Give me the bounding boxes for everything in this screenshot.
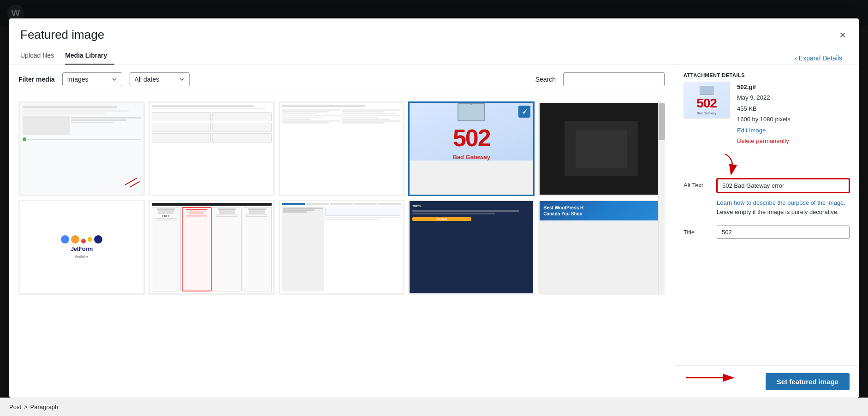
tab-media-library[interactable]: Media Library xyxy=(65,48,114,65)
edit-image-link[interactable]: Edit Image xyxy=(737,125,850,136)
attachment-filename: 502.gif xyxy=(737,82,850,92)
modal-title: Featured image xyxy=(20,28,104,42)
502-label: Bad Gateway xyxy=(452,154,490,160)
media-item[interactable]: JetForm Builder xyxy=(18,200,145,294)
search-input[interactable] xyxy=(563,72,665,86)
modal-close-button[interactable]: × xyxy=(838,28,848,42)
media-type-filter[interactable]: Images Audio Video Documents xyxy=(62,72,122,86)
modal-header: Featured image × xyxy=(9,18,859,42)
jetform-logo-icon xyxy=(61,235,102,244)
502-number: 502 xyxy=(453,124,490,152)
media-item[interactable] xyxy=(279,101,405,196)
red-arrow-down-icon xyxy=(711,152,739,175)
title-field-row: Title xyxy=(674,222,859,243)
breadcrumb-paragraph: Paragraph xyxy=(30,404,59,410)
expand-chevron-icon: ‹ xyxy=(795,54,797,62)
attachment-filesize: 455 KB xyxy=(737,103,850,114)
media-date-filter[interactable]: All dates January 2022 May 2022 xyxy=(130,72,190,86)
red-arrow-right-icon xyxy=(684,371,739,385)
media-area: Filter media Images Audio Video Document… xyxy=(9,65,674,398)
media-item[interactable] xyxy=(279,200,405,294)
title-input[interactable] xyxy=(717,226,850,239)
tab-upload-files[interactable]: Upload files xyxy=(20,48,61,65)
alt-text-help-rest: Leave empty if the image is purely decor… xyxy=(717,208,838,215)
title-label: Title xyxy=(684,226,711,236)
attachment-details-title: ATTACHMENT DETAILS xyxy=(684,72,850,78)
media-item[interactable] xyxy=(538,101,665,196)
featured-image-modal: Featured image × Upload files Media Libr… xyxy=(9,18,859,398)
attachment-date: May 9, 2022 xyxy=(737,92,850,103)
alt-text-label: Alt Text xyxy=(684,178,711,189)
media-scrollbar[interactable] xyxy=(658,101,665,295)
502-error-number: 502 xyxy=(696,96,717,111)
jetform-brand-text: JetForm xyxy=(71,245,93,252)
media-item[interactable] xyxy=(18,101,145,196)
breadcrumb-post: Post xyxy=(9,404,21,410)
filter-label: Filter media xyxy=(18,76,55,83)
media-grid-row-2: JetForm Builder xyxy=(18,200,665,294)
media-item-selected[interactable]: 502 Bad Gateway ✓ xyxy=(408,101,535,196)
media-grid: 502 Bad Gateway ✓ xyxy=(9,94,674,398)
wp-hosting-text: Best WordPress HCanada You Shou xyxy=(543,205,583,217)
alt-text-help: Learn how to describe the purpose of the… xyxy=(674,196,859,218)
scrollbar-thumb[interactable] xyxy=(659,103,665,140)
set-featured-image-button[interactable]: Set featured image xyxy=(766,373,850,390)
bad-gateway-text: Bad Gateway xyxy=(697,112,716,115)
media-item[interactable]: form Contact xyxy=(408,200,535,294)
502-monitor-icon xyxy=(458,103,485,121)
delete-permanently-link[interactable]: Delete permanently xyxy=(737,136,850,146)
media-grid-row-1: 502 Bad Gateway ✓ xyxy=(18,101,665,196)
bottom-bar: Post > Paragraph xyxy=(0,398,868,416)
breadcrumb-separator: > xyxy=(24,404,28,410)
attachment-sidebar: ATTACHMENT DETAILS 502 Bad Gateway 502.g… xyxy=(674,65,859,398)
attachment-meta: 502.gif May 9, 2022 455 KB 1600 by 1080 … xyxy=(737,82,850,146)
media-item[interactable]: FREE xyxy=(149,200,275,294)
set-featured-wrapper: Set featured image xyxy=(674,365,859,398)
media-item[interactable]: Best WordPress HCanada You Shou xyxy=(538,200,665,294)
alt-text-field-row: Alt Text xyxy=(674,175,859,196)
attachment-preview: 502 Bad Gateway 502.gif May 9, 2022 455 … xyxy=(674,82,859,152)
attachment-dimensions: 1600 by 1080 pixels xyxy=(737,114,850,125)
502-thumbnail-image: 502 Bad Gateway xyxy=(684,82,729,118)
alt-text-input[interactable] xyxy=(717,178,850,193)
media-item[interactable] xyxy=(149,101,275,196)
search-label: Search xyxy=(535,76,556,83)
alt-text-help-link[interactable]: Learn how to describe the purpose of the… xyxy=(717,199,845,206)
expand-details-button[interactable]: ‹ Expand Details xyxy=(789,52,848,65)
selected-check-icon: ✓ xyxy=(518,106,530,118)
attachment-thumbnail: 502 Bad Gateway xyxy=(684,82,730,119)
monitor-icon xyxy=(700,86,713,95)
media-toolbar: Filter media Images Audio Video Document… xyxy=(9,65,674,94)
modal-body: Filter media Images Audio Video Document… xyxy=(9,65,859,398)
